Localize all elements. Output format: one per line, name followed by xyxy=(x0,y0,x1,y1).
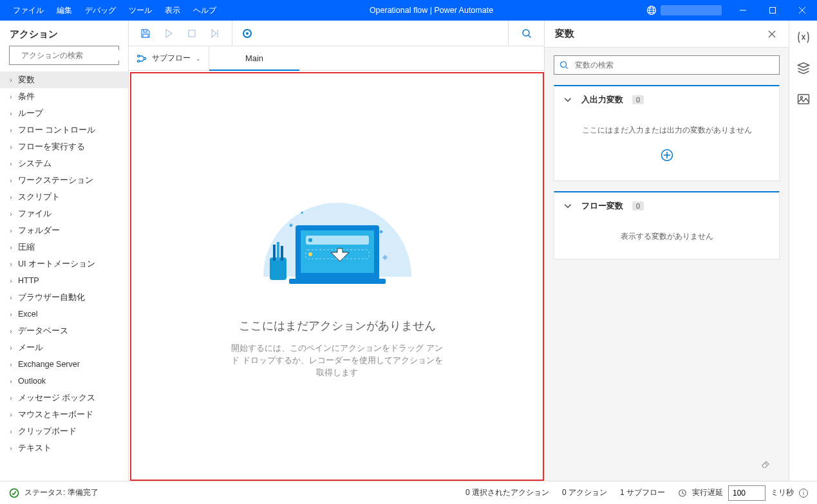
tree-item[interactable]: ›ループ xyxy=(0,105,128,122)
maximize-button[interactable] xyxy=(758,0,787,21)
tree-item[interactable]: ›データベース xyxy=(0,322,128,339)
status-ready: ステータス: 準備完了 xyxy=(24,487,99,498)
clock-icon xyxy=(678,489,687,498)
tree-item[interactable]: ›クリップボード xyxy=(0,423,128,440)
menu-file[interactable]: ファイル xyxy=(6,0,50,21)
actions-sidebar: アクション ›変数 ›条件 ›ループ ›フロー コントロール ›フローを実行する… xyxy=(0,21,129,481)
tree-item[interactable]: ›フォルダー xyxy=(0,222,128,239)
svg-rect-24 xyxy=(798,95,809,104)
tree-item[interactable]: ›メール xyxy=(0,339,128,356)
tree-item[interactable]: ›HTTP xyxy=(0,272,128,289)
chevron-down-icon xyxy=(563,201,572,210)
variables-panel: 変数 入出力変数 0 ここにはまだ入力または出力の xyxy=(544,21,789,481)
tree-item[interactable]: ›スクリプト xyxy=(0,189,128,205)
svg-point-14 xyxy=(308,238,312,242)
title-bar: ファイル 編集 デバッグ ツール 表示 ヘルプ Operational flow… xyxy=(0,0,817,21)
menu-edit[interactable]: 編集 xyxy=(50,0,79,21)
check-circle-icon xyxy=(9,488,19,498)
rail-variables-button[interactable] xyxy=(796,30,811,45)
delay-unit: ミリ秒 xyxy=(771,487,794,498)
svg-rect-4 xyxy=(189,30,195,37)
svg-point-26 xyxy=(10,489,19,497)
actions-search[interactable] xyxy=(9,46,119,65)
search-icon xyxy=(559,61,568,70)
tree-item[interactable]: ›メッセージ ボックス xyxy=(0,389,128,406)
tree-item[interactable]: ›変数 xyxy=(0,71,128,88)
tree-item[interactable]: ›Excel xyxy=(0,306,128,322)
status-bar: ステータス: 準備完了 0 選択されたアクション 0 アクション 1 サブフロー… xyxy=(0,481,817,504)
svg-point-16 xyxy=(308,252,312,256)
search-flow-button[interactable] xyxy=(508,21,544,46)
tree-item[interactable]: ›フローを実行する xyxy=(0,138,128,155)
record-button[interactable] xyxy=(243,29,252,38)
svg-point-25 xyxy=(800,97,802,98)
svg-point-5 xyxy=(523,30,529,36)
flow-variables-toggle[interactable]: フロー変数 0 xyxy=(554,192,779,219)
flow-variables-empty: 表示する変数がありません xyxy=(562,231,771,242)
save-button[interactable] xyxy=(136,24,155,42)
right-rail xyxy=(789,21,817,481)
empty-description: 開始するには、このペインにアクションをドラッグ アンド ドロップするか、レコーダ… xyxy=(231,342,444,378)
tree-item[interactable]: ›UI オートメーション xyxy=(0,256,128,272)
search-icon xyxy=(521,28,532,39)
menu-tools[interactable]: ツール xyxy=(122,0,158,21)
actions-tree[interactable]: ›変数 ›条件 ›ループ ›フロー コントロール ›フローを実行する ›システム… xyxy=(0,71,128,481)
designer-canvas[interactable]: ここにはまだアクションがありません 開始するには、このペインにアクションをドラッ… xyxy=(130,72,544,481)
io-variables-empty: ここにはまだ入力または出力の変数がありません xyxy=(562,125,771,136)
close-panel-button[interactable] xyxy=(765,28,778,41)
io-variables-toggle[interactable]: 入出力変数 0 xyxy=(554,86,779,113)
info-icon[interactable]: i xyxy=(799,489,808,498)
svg-point-9 xyxy=(301,211,303,214)
tree-item[interactable]: ›ワークステーション xyxy=(0,172,128,189)
menu-view[interactable]: 表示 xyxy=(158,0,187,21)
empty-title: ここにはまだアクションがありません xyxy=(239,318,436,333)
tree-item[interactable]: ›Outlook xyxy=(0,373,128,389)
svg-rect-21 xyxy=(281,246,283,261)
eraser-icon xyxy=(760,458,771,468)
close-button[interactable] xyxy=(787,0,817,21)
tabs-row: サブフロー ⌄ Main xyxy=(129,46,544,71)
rail-images-button[interactable] xyxy=(796,91,811,107)
minimize-button[interactable] xyxy=(728,0,758,21)
delay-input[interactable] xyxy=(728,485,765,501)
svg-rect-13 xyxy=(306,236,369,245)
flow-variables-card: フロー変数 0 表示する変数がありません xyxy=(554,191,780,259)
flow-variables-count: 0 xyxy=(632,201,644,210)
variables-search[interactable] xyxy=(554,55,780,75)
menu-help[interactable]: ヘルプ xyxy=(187,0,223,21)
svg-rect-20 xyxy=(277,242,279,261)
globe-icon xyxy=(646,5,657,15)
chevron-down-icon xyxy=(563,95,572,104)
sidebar-title: アクション xyxy=(0,21,128,46)
io-variables-card: 入出力変数 0 ここにはまだ入力または出力の変数がありません xyxy=(554,85,780,181)
svg-rect-2 xyxy=(770,8,776,14)
tree-item[interactable]: ›システム xyxy=(0,155,128,172)
actions-search-input[interactable] xyxy=(20,50,119,61)
status-selected-actions: 0 選択されたアクション xyxy=(465,487,549,498)
svg-point-7 xyxy=(137,60,139,62)
tab-main[interactable]: Main xyxy=(209,46,299,70)
tree-item[interactable]: ›テキスト xyxy=(0,440,128,456)
tree-item[interactable]: ›ファイル xyxy=(0,205,128,222)
menu-debug[interactable]: デバッグ xyxy=(79,0,122,21)
user-account[interactable] xyxy=(640,0,728,21)
stop-button[interactable] xyxy=(183,24,201,42)
variables-search-input[interactable] xyxy=(574,60,774,70)
toolbar xyxy=(129,21,544,46)
add-io-variable-button[interactable] xyxy=(661,149,673,162)
clear-button[interactable] xyxy=(554,453,780,473)
tree-item[interactable]: ›マウスとキーボード xyxy=(0,406,128,423)
subflow-dropdown[interactable]: サブフロー ⌄ xyxy=(129,46,209,70)
rail-ui-elements-button[interactable] xyxy=(796,61,811,76)
variables-panel-title: 変数 xyxy=(555,28,574,40)
io-variables-count: 0 xyxy=(632,95,644,104)
run-button[interactable] xyxy=(160,24,178,42)
tree-item[interactable]: ›フロー コントロール xyxy=(0,122,128,138)
status-actions-count: 0 アクション xyxy=(562,487,607,498)
svg-rect-19 xyxy=(273,245,276,261)
tree-item[interactable]: ›Exchange Server xyxy=(0,356,128,373)
tree-item[interactable]: ›条件 xyxy=(0,88,128,105)
tree-item[interactable]: ›ブラウザー自動化 xyxy=(0,289,128,306)
tree-item[interactable]: ›圧縮 xyxy=(0,239,128,256)
step-button[interactable] xyxy=(206,24,224,42)
